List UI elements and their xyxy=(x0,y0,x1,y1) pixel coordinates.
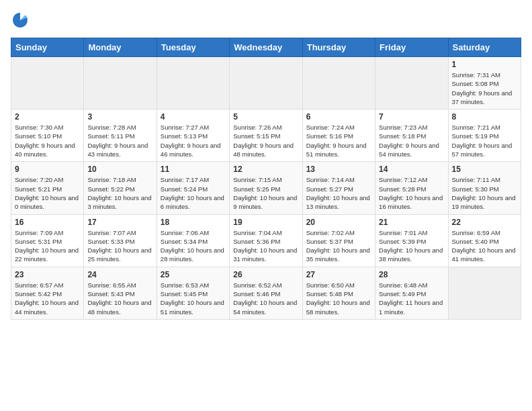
day-info: Sunrise: 6:50 AM Sunset: 5:48 PM Dayligh… xyxy=(306,281,371,316)
calendar-week-1: 2Sunrise: 7:30 AM Sunset: 5:10 PM Daylig… xyxy=(11,109,521,162)
page-header xyxy=(11,11,521,30)
calendar-cell: 6Sunrise: 7:24 AM Sunset: 5:16 PM Daylig… xyxy=(302,109,375,162)
calendar-cell: 14Sunrise: 7:12 AM Sunset: 5:28 PM Dayli… xyxy=(375,162,448,214)
day-number: 19 xyxy=(233,218,298,227)
calendar-week-3: 16Sunrise: 7:09 AM Sunset: 5:31 PM Dayli… xyxy=(11,214,521,267)
day-number: 5 xyxy=(233,112,298,122)
day-info: Sunrise: 7:28 AM Sunset: 5:11 PM Dayligh… xyxy=(87,123,152,158)
day-info: Sunrise: 7:01 AM Sunset: 5:39 PM Dayligh… xyxy=(379,228,444,264)
calendar-cell: 10Sunrise: 7:18 AM Sunset: 5:22 PM Dayli… xyxy=(84,162,157,214)
day-number: 25 xyxy=(161,270,226,279)
calendar-cell: 13Sunrise: 7:14 AM Sunset: 5:27 PM Dayli… xyxy=(302,162,375,214)
day-info: Sunrise: 7:09 AM Sunset: 5:31 PM Dayligh… xyxy=(15,228,80,264)
calendar-cell xyxy=(375,57,448,109)
day-number: 21 xyxy=(379,218,444,227)
day-info: Sunrise: 7:15 AM Sunset: 5:25 PM Dayligh… xyxy=(233,175,298,211)
calendar-cell: 22Sunrise: 6:59 AM Sunset: 5:40 PM Dayli… xyxy=(448,214,521,267)
calendar-cell: 25Sunrise: 6:53 AM Sunset: 5:45 PM Dayli… xyxy=(157,267,229,319)
calendar-cell: 19Sunrise: 7:04 AM Sunset: 5:36 PM Dayli… xyxy=(230,214,302,267)
calendar-cell: 9Sunrise: 7:20 AM Sunset: 5:21 PM Daylig… xyxy=(11,162,84,214)
day-number: 15 xyxy=(452,165,517,174)
day-info: Sunrise: 6:57 AM Sunset: 5:42 PM Dayligh… xyxy=(15,281,80,316)
day-number: 12 xyxy=(233,165,298,174)
day-info: Sunrise: 6:52 AM Sunset: 5:46 PM Dayligh… xyxy=(233,281,298,316)
calendar-cell: 8Sunrise: 7:21 AM Sunset: 5:19 PM Daylig… xyxy=(448,109,521,162)
col-header-sunday: Sunday xyxy=(11,38,84,57)
calendar-week-2: 9Sunrise: 7:20 AM Sunset: 5:21 PM Daylig… xyxy=(11,162,521,214)
day-number: 16 xyxy=(15,218,80,227)
day-number: 26 xyxy=(233,270,298,279)
day-info: Sunrise: 7:11 AM Sunset: 5:30 PM Dayligh… xyxy=(452,175,517,211)
calendar-cell: 3Sunrise: 7:28 AM Sunset: 5:11 PM Daylig… xyxy=(84,109,157,162)
day-info: Sunrise: 7:26 AM Sunset: 5:15 PM Dayligh… xyxy=(233,123,298,158)
day-number: 7 xyxy=(379,112,444,122)
calendar-cell xyxy=(11,57,84,109)
calendar-cell: 17Sunrise: 7:07 AM Sunset: 5:33 PM Dayli… xyxy=(84,214,157,267)
day-number: 2 xyxy=(15,112,80,122)
day-info: Sunrise: 6:53 AM Sunset: 5:45 PM Dayligh… xyxy=(161,281,226,316)
calendar-cell xyxy=(230,57,302,109)
calendar-cell: 7Sunrise: 7:23 AM Sunset: 5:18 PM Daylig… xyxy=(375,109,448,162)
calendar-cell xyxy=(448,267,521,319)
calendar-cell: 21Sunrise: 7:01 AM Sunset: 5:39 PM Dayli… xyxy=(375,214,448,267)
day-info: Sunrise: 7:07 AM Sunset: 5:33 PM Dayligh… xyxy=(87,228,152,264)
calendar-cell: 24Sunrise: 6:55 AM Sunset: 5:43 PM Dayli… xyxy=(84,267,157,319)
calendar-cell: 27Sunrise: 6:50 AM Sunset: 5:48 PM Dayli… xyxy=(302,267,375,319)
calendar-cell: 1Sunrise: 7:31 AM Sunset: 5:08 PM Daylig… xyxy=(448,57,521,109)
col-header-tuesday: Tuesday xyxy=(157,38,229,57)
calendar-cell: 4Sunrise: 7:27 AM Sunset: 5:13 PM Daylig… xyxy=(157,109,229,162)
col-header-friday: Friday xyxy=(375,38,448,57)
day-number: 27 xyxy=(306,270,371,279)
calendar-header-row: SundayMondayTuesdayWednesdayThursdayFrid… xyxy=(11,38,521,57)
day-number: 10 xyxy=(87,165,152,174)
calendar-cell: 28Sunrise: 6:48 AM Sunset: 5:49 PM Dayli… xyxy=(375,267,448,319)
col-header-monday: Monday xyxy=(84,38,157,57)
day-number: 13 xyxy=(306,165,371,174)
day-number: 28 xyxy=(379,270,444,279)
calendar-week-4: 23Sunrise: 6:57 AM Sunset: 5:42 PM Dayli… xyxy=(11,267,521,319)
day-info: Sunrise: 7:04 AM Sunset: 5:36 PM Dayligh… xyxy=(233,228,298,264)
calendar-cell: 16Sunrise: 7:09 AM Sunset: 5:31 PM Dayli… xyxy=(11,214,84,267)
calendar-cell: 26Sunrise: 6:52 AM Sunset: 5:46 PM Dayli… xyxy=(230,267,302,319)
day-number: 11 xyxy=(161,165,226,174)
calendar-cell: 2Sunrise: 7:30 AM Sunset: 5:10 PM Daylig… xyxy=(11,109,84,162)
calendar-cell xyxy=(157,57,229,109)
day-info: Sunrise: 7:02 AM Sunset: 5:37 PM Dayligh… xyxy=(306,228,371,264)
calendar-cell: 18Sunrise: 7:06 AM Sunset: 5:34 PM Dayli… xyxy=(157,214,229,267)
day-number: 17 xyxy=(87,218,152,227)
day-number: 9 xyxy=(15,165,80,174)
day-info: Sunrise: 6:55 AM Sunset: 5:43 PM Dayligh… xyxy=(87,281,152,316)
calendar-cell: 5Sunrise: 7:26 AM Sunset: 5:15 PM Daylig… xyxy=(230,109,302,162)
day-info: Sunrise: 6:59 AM Sunset: 5:40 PM Dayligh… xyxy=(452,228,517,264)
calendar-cell: 12Sunrise: 7:15 AM Sunset: 5:25 PM Dayli… xyxy=(230,162,302,214)
day-number: 1 xyxy=(452,60,517,69)
day-info: Sunrise: 7:18 AM Sunset: 5:22 PM Dayligh… xyxy=(87,175,152,211)
day-info: Sunrise: 6:48 AM Sunset: 5:49 PM Dayligh… xyxy=(379,281,444,316)
col-header-wednesday: Wednesday xyxy=(230,38,302,57)
day-number: 20 xyxy=(306,218,371,227)
day-info: Sunrise: 7:24 AM Sunset: 5:16 PM Dayligh… xyxy=(306,123,371,158)
calendar-cell xyxy=(302,57,375,109)
calendar-cell: 20Sunrise: 7:02 AM Sunset: 5:37 PM Dayli… xyxy=(302,214,375,267)
calendar-cell: 23Sunrise: 6:57 AM Sunset: 5:42 PM Dayli… xyxy=(11,267,84,319)
logo-icon xyxy=(11,11,30,30)
day-info: Sunrise: 7:14 AM Sunset: 5:27 PM Dayligh… xyxy=(306,175,371,211)
calendar-cell: 15Sunrise: 7:11 AM Sunset: 5:30 PM Dayli… xyxy=(448,162,521,214)
day-number: 18 xyxy=(161,218,226,227)
day-info: Sunrise: 7:06 AM Sunset: 5:34 PM Dayligh… xyxy=(161,228,226,264)
col-header-saturday: Saturday xyxy=(448,38,521,57)
day-number: 24 xyxy=(87,270,152,279)
calendar-cell xyxy=(84,57,157,109)
day-number: 3 xyxy=(87,112,152,122)
calendar-cell: 11Sunrise: 7:17 AM Sunset: 5:24 PM Dayli… xyxy=(157,162,229,214)
day-info: Sunrise: 7:20 AM Sunset: 5:21 PM Dayligh… xyxy=(15,175,80,211)
day-number: 6 xyxy=(306,112,371,122)
logo xyxy=(11,11,32,30)
day-info: Sunrise: 7:23 AM Sunset: 5:18 PM Dayligh… xyxy=(379,123,444,158)
calendar-table: SundayMondayTuesdayWednesdayThursdayFrid… xyxy=(11,38,521,320)
day-number: 8 xyxy=(452,112,517,122)
day-number: 23 xyxy=(15,270,80,279)
day-info: Sunrise: 7:21 AM Sunset: 5:19 PM Dayligh… xyxy=(452,123,517,158)
day-number: 4 xyxy=(161,112,226,122)
day-info: Sunrise: 7:17 AM Sunset: 5:24 PM Dayligh… xyxy=(161,175,226,211)
